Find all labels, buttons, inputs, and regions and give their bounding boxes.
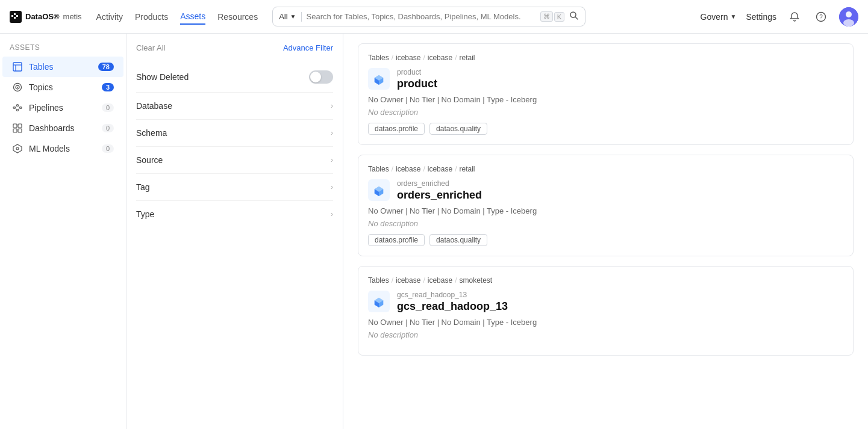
- user-avatar[interactable]: [839, 7, 858, 26]
- nav-links: Activity Products Assets Resources: [96, 9, 258, 25]
- filter-database-row[interactable]: Database ›: [136, 93, 333, 120]
- svg-rect-1: [11, 15, 13, 17]
- svg-rect-27: [18, 124, 22, 128]
- svg-point-21: [20, 107, 22, 109]
- notifications-button[interactable]: [786, 8, 803, 25]
- result-subtitle: gcs_read_hadoop_13: [397, 291, 508, 299]
- result-tag[interactable]: dataos.profile: [368, 234, 425, 246]
- result-card-product[interactable]: Tables / icebase / icebase / retail prod…: [358, 43, 854, 145]
- nav-right: Govern ▼ Settings ?: [701, 7, 858, 26]
- advance-filter-button[interactable]: Advance Filter: [283, 43, 333, 52]
- table-icon: [12, 61, 23, 72]
- svg-rect-4: [14, 17, 16, 19]
- settings-link[interactable]: Settings: [746, 12, 776, 22]
- breadcrumb-db: icebase: [396, 54, 420, 62]
- search-input[interactable]: [307, 12, 535, 21]
- filter-panel: Clear All Advance Filter Show Deleted Da…: [126, 34, 343, 429]
- main-layout: Assets Tables 78 Topics 3 Pipelines 0: [0, 34, 868, 429]
- nav-activity[interactable]: Activity: [96, 10, 123, 24]
- breadcrumb-tables: Tables: [368, 54, 389, 62]
- sidebar-ml-models-label: ML Models: [29, 144, 96, 153]
- svg-point-11: [843, 19, 854, 26]
- svg-rect-12: [13, 63, 22, 71]
- result-tag[interactable]: dataos.quality: [429, 234, 487, 246]
- search-type-select[interactable]: All ▼: [279, 12, 296, 21]
- svg-point-19: [17, 105, 19, 106]
- sidebar-item-dashboards[interactable]: Dashboards 0: [2, 118, 123, 138]
- result-breadcrumb: Tables / icebase / icebase / retail: [368, 165, 843, 173]
- nav-resources[interactable]: Resources: [217, 10, 258, 24]
- sidebar-topics-label: Topics: [29, 82, 96, 92]
- sidebar-dashboards-badge: 0: [102, 124, 114, 132]
- filter-tag-row[interactable]: Tag ›: [136, 174, 333, 201]
- filter-source-row[interactable]: Source ›: [136, 147, 333, 174]
- result-subtitle: product: [397, 68, 437, 76]
- result-meta: No Owner | No Tier | No Domain | Type - …: [368, 95, 843, 104]
- result-card-gcs-read-hadoop[interactable]: Tables / icebase / icebase / smoketest g…: [358, 266, 854, 356]
- filter-database-label: Database: [136, 101, 172, 111]
- filter-schema-right: ›: [331, 129, 333, 137]
- svg-point-10: [846, 11, 852, 17]
- show-deleted-toggle[interactable]: [309, 70, 333, 84]
- ml-models-icon: [12, 143, 23, 154]
- show-deleted-label: Show Deleted: [136, 72, 189, 82]
- svg-text:?: ?: [819, 14, 823, 20]
- svg-line-24: [19, 106, 20, 108]
- nav-assets[interactable]: Assets: [180, 9, 205, 25]
- breadcrumb-table: retail: [459, 54, 475, 62]
- sidebar-topics-badge: 3: [102, 83, 114, 91]
- sidebar-item-ml-models[interactable]: ML Models 0: [2, 138, 123, 159]
- svg-rect-26: [13, 124, 17, 128]
- sidebar-pipelines-label: Pipelines: [29, 103, 96, 113]
- left-sidebar: Assets Tables 78 Topics 3 Pipelines 0: [0, 34, 126, 429]
- svg-rect-28: [13, 129, 17, 132]
- sidebar-dashboards-label: Dashboards: [29, 123, 96, 133]
- chevron-right-icon: ›: [331, 183, 333, 191]
- result-subtitle: orders_enriched: [397, 179, 482, 188]
- sidebar-ml-models-badge: 0: [102, 144, 114, 153]
- result-title-block: gcs_read_hadoop_13 gcs_read_hadoop_13: [397, 291, 508, 313]
- result-type-icon: [368, 291, 390, 312]
- breadcrumb-table: retail: [459, 165, 475, 173]
- sidebar-item-topics[interactable]: Topics 3: [2, 77, 123, 97]
- result-tag[interactable]: dataos.quality: [429, 123, 487, 135]
- filter-schema-row[interactable]: Schema ›: [136, 120, 333, 147]
- result-tags: dataos.profile dataos.quality: [368, 234, 843, 246]
- breadcrumb-schema: icebase: [428, 54, 452, 62]
- brand-name: DataOS®: [25, 12, 60, 21]
- filter-type-right: ›: [331, 210, 333, 218]
- chevron-down-icon: ▼: [290, 13, 296, 20]
- result-breadcrumb: Tables / icebase / icebase / retail: [368, 54, 843, 62]
- sidebar-item-tables[interactable]: Tables 78: [2, 57, 123, 77]
- result-tag[interactable]: dataos.profile: [368, 123, 425, 135]
- search-keyboard-shortcut: ⌘ K: [540, 11, 564, 22]
- svg-rect-3: [16, 15, 18, 17]
- breadcrumb-table: smoketest: [459, 276, 492, 285]
- chevron-right-icon: ›: [331, 210, 333, 218]
- result-tags: dataos.profile dataos.quality: [368, 123, 843, 135]
- logo: DataOS® metis: [10, 11, 82, 23]
- chevron-right-icon: ›: [331, 129, 333, 137]
- result-card-orders-enriched[interactable]: Tables / icebase / icebase / retail orde…: [358, 155, 854, 256]
- result-title-block: product product: [397, 68, 437, 90]
- search-submit-button[interactable]: [569, 11, 579, 22]
- clear-all-button[interactable]: Clear All: [136, 43, 165, 52]
- filter-type-row[interactable]: Type ›: [136, 201, 333, 227]
- sidebar-item-pipelines[interactable]: Pipelines 0: [2, 97, 123, 118]
- nav-products[interactable]: Products: [135, 10, 168, 24]
- dataos-logo-icon: [10, 11, 22, 23]
- filter-schema-label: Schema: [136, 128, 167, 138]
- sidebar-section-label: Assets: [0, 43, 126, 57]
- result-meta: No Owner | No Tier | No Domain | Type - …: [368, 318, 843, 327]
- svg-point-20: [17, 110, 19, 111]
- result-title: orders_enriched: [397, 189, 482, 202]
- chevron-down-icon: ▼: [731, 13, 737, 20]
- svg-point-17: [17, 87, 18, 88]
- app-name: metis: [63, 12, 82, 21]
- govern-button[interactable]: Govern ▼: [701, 12, 737, 22]
- svg-rect-29: [18, 129, 22, 132]
- svg-rect-2: [14, 13, 16, 15]
- topnav: DataOS® metis Activity Products Assets R…: [0, 0, 868, 34]
- help-button[interactable]: ?: [813, 8, 829, 25]
- svg-point-31: [16, 147, 19, 150]
